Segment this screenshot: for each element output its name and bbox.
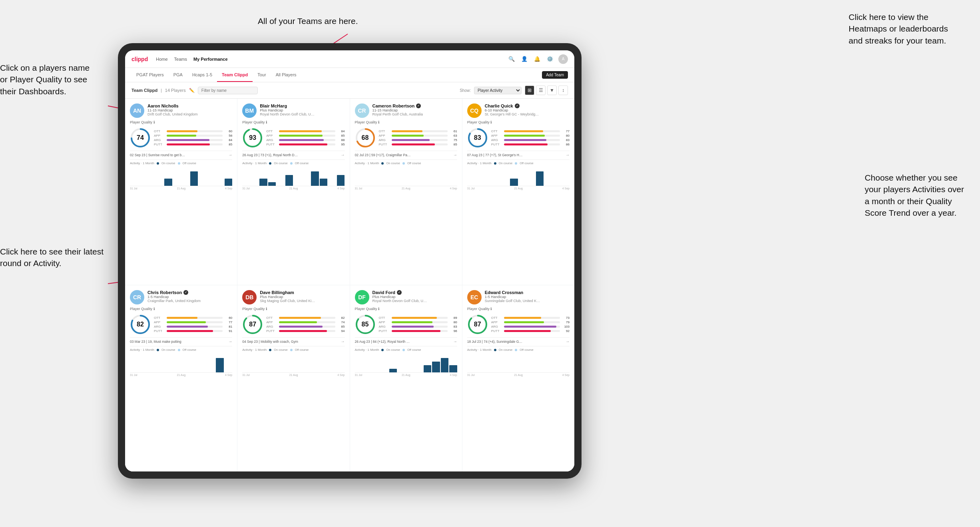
tab-tour[interactable]: Tour [253, 68, 271, 82]
search-icon[interactable]: 🔍 [507, 55, 516, 64]
quality-circle[interactable]: 93 [242, 127, 263, 148]
player-name[interactable]: Blair McHarg [260, 103, 345, 108]
quality-circle[interactable]: 74 [130, 127, 151, 148]
player-card[interactable]: BM Blair McHarg Plus Handicap Royal Nort… [237, 99, 349, 285]
nav-my-performance[interactable]: My Performance [193, 55, 228, 63]
on-course-legend [157, 162, 159, 165]
tab-team-clippd[interactable]: Team Clippd [217, 68, 253, 82]
on-course-legend [494, 162, 496, 165]
recent-round[interactable]: 03 Mar 23 | 19, Must make putting → [130, 337, 232, 344]
player-header: EC Edward Crossman 1-5 Handicap Sunningd… [467, 290, 570, 304]
player-card[interactable]: CQ Charlie Quick ✓ 6-10 Handicap St. Geo… [462, 99, 574, 285]
player-card[interactable]: DF David Ford ✓ Plus Handicap Royal Nort… [350, 285, 462, 471]
stat-row-ott: OTT 77 [491, 129, 570, 133]
player-card[interactable]: CR Cameron Robertson ✓ 11-15 Handicap Ro… [350, 99, 462, 285]
activity-header: Activity · 1 Month On course Off course [242, 348, 345, 352]
quality-circle[interactable]: 83 [467, 127, 488, 148]
quality-circle[interactable]: 82 [130, 314, 151, 335]
team-header: Team Clippd | 14 Players ✏️ Show: Player… [125, 82, 574, 99]
player-header: AN Aaron Nicholls 11-15 Handicap Drift G… [130, 103, 232, 118]
round-arrow-icon[interactable]: → [566, 339, 570, 344]
settings-icon[interactable]: ⚙️ [546, 55, 554, 64]
mini-chart [467, 353, 570, 373]
player-card[interactable]: EC Edward Crossman 1-5 Handicap Sunningd… [462, 285, 574, 471]
user-icon[interactable]: 👤 [520, 55, 529, 64]
stat-row-arg: ARG 84 [154, 138, 232, 142]
tab-all-players[interactable]: All Players [271, 68, 301, 82]
tab-pga[interactable]: PGA [169, 68, 187, 82]
round-arrow-icon[interactable]: → [566, 153, 570, 157]
player-name[interactable]: Cameron Robertson ✓ [372, 103, 457, 108]
show-label: Show: [460, 88, 471, 93]
search-input[interactable] [198, 87, 258, 94]
round-arrow-icon[interactable]: → [341, 153, 345, 157]
round-arrow-icon[interactable]: → [453, 339, 457, 344]
nav-home[interactable]: Home [156, 55, 167, 63]
recent-round[interactable]: 02 Jul 23 | 59 (+17), Craigmillar Park G… [355, 151, 457, 157]
player-name[interactable]: Aaron Nicholls [147, 103, 232, 108]
player-name[interactable]: David Ford ✓ [372, 290, 457, 295]
quality-label: Player Quality ℹ [130, 120, 232, 124]
recent-round[interactable]: 07 Aug 23 | 77 (+7), St George's Hill GC… [467, 151, 570, 157]
chart-labels: 31 Jul 21 Aug 4 Sep [467, 374, 570, 376]
players-grid: AN Aaron Nicholls 11-15 Handicap Drift G… [125, 99, 574, 471]
on-course-legend [381, 162, 384, 165]
round-arrow-icon[interactable]: → [228, 153, 232, 157]
recent-round[interactable]: 26 Aug 23 | 84 (+12), Royal North Devon … [355, 337, 457, 344]
quality-circle[interactable]: 68 [355, 127, 376, 148]
quality-circle[interactable]: 87 [242, 314, 263, 335]
player-header: DF David Ford ✓ Plus Handicap Royal Nort… [355, 290, 457, 304]
quality-circle[interactable]: 87 [467, 314, 488, 335]
stats-grid: OTT 89 APP 80 ARG 83 PUTT 96 [379, 316, 457, 333]
mini-chart [355, 353, 457, 373]
round-arrow-icon[interactable]: → [453, 153, 457, 157]
player-avatar: EC [467, 290, 482, 304]
recent-round[interactable]: 02 Sep 23 | Sunrise round to get back in… [130, 151, 232, 157]
recent-round[interactable]: 26 Aug 23 | 73 (+1), Royal North Devon G… [242, 151, 345, 157]
activity-section: Activity · 1 Month On course Off course [130, 159, 232, 190]
nav-items: Home Teams My Performance [156, 55, 499, 63]
stats-grid: OTT 60 APP 58 ARG 84 PUTT 85 [154, 129, 232, 146]
quality-circle[interactable]: 85 [355, 314, 376, 335]
sort-icon[interactable]: ↕ [558, 86, 568, 95]
chart-labels: 31 Jul 21 Aug 4 Sep [467, 187, 570, 190]
recent-round[interactable]: 18 Jul 23 | 74 (+4), Sunningdale GC - Ol… [467, 337, 570, 344]
edit-icon[interactable]: ✏️ [189, 88, 195, 93]
quality-score: 82 [137, 321, 144, 328]
recent-round[interactable]: 04 Sep 23 | Mobility with coach, Gym → [242, 337, 345, 344]
nav-teams[interactable]: Teams [174, 55, 187, 63]
bell-icon[interactable]: 🔔 [533, 55, 542, 64]
round-arrow-icon[interactable]: → [341, 339, 345, 344]
show-select[interactable]: Player Activity Quality Score Trend [474, 87, 522, 94]
avatar[interactable]: A [558, 54, 568, 64]
player-handicap: 1-5 Handicap [147, 295, 232, 299]
player-name[interactable]: Dave Billingham [260, 290, 345, 295]
filter-icon[interactable]: ▼ [547, 86, 557, 95]
player-name[interactable]: Edward Crossman [485, 290, 570, 295]
activity-section: Activity · 1 Month On course Off course [467, 159, 570, 190]
on-course-legend [381, 349, 384, 351]
grid-view-button[interactable]: ⊞ [525, 86, 534, 95]
player-card[interactable]: DB Dave Billingham Plus Handicap Skg Mag… [237, 285, 349, 471]
chart-labels: 31 Jul 21 Aug 4 Sep [355, 374, 457, 376]
stat-row-app: APP 74 [266, 320, 345, 324]
player-card[interactable]: AN Aaron Nicholls 11-15 Handicap Drift G… [125, 99, 237, 285]
list-view-button[interactable]: ☰ [536, 86, 546, 95]
player-club: St. George's Hill GC - Weybridge - Surre… [485, 112, 541, 116]
stat-row-putt: PUTT 85 [379, 143, 457, 146]
player-avatar: CR [355, 103, 369, 118]
player-card[interactable]: CR Chris Robertson ✓ 1-5 Handicap Craigm… [125, 285, 237, 471]
add-team-button[interactable]: Add Team [542, 71, 568, 79]
verified-badge: ✓ [515, 103, 520, 108]
player-name[interactable]: Charlie Quick ✓ [485, 103, 570, 108]
off-course-legend [402, 349, 405, 351]
tab-pgat[interactable]: PGAT Players [131, 68, 169, 82]
tab-hcaps[interactable]: Hcaps 1-5 [187, 68, 217, 82]
quality-section: 87 OTT 73 APP 79 ARG 103 PUTT [467, 314, 570, 335]
round-arrow-icon[interactable]: → [228, 339, 232, 344]
player-avatar: CR [130, 290, 144, 304]
stat-row-putt: PUTT 94 [266, 329, 345, 333]
stat-row-ott: OTT 82 [266, 316, 345, 320]
stat-row-putt: PUTT 86 [491, 143, 570, 146]
player-name[interactable]: Chris Robertson ✓ [147, 290, 232, 295]
